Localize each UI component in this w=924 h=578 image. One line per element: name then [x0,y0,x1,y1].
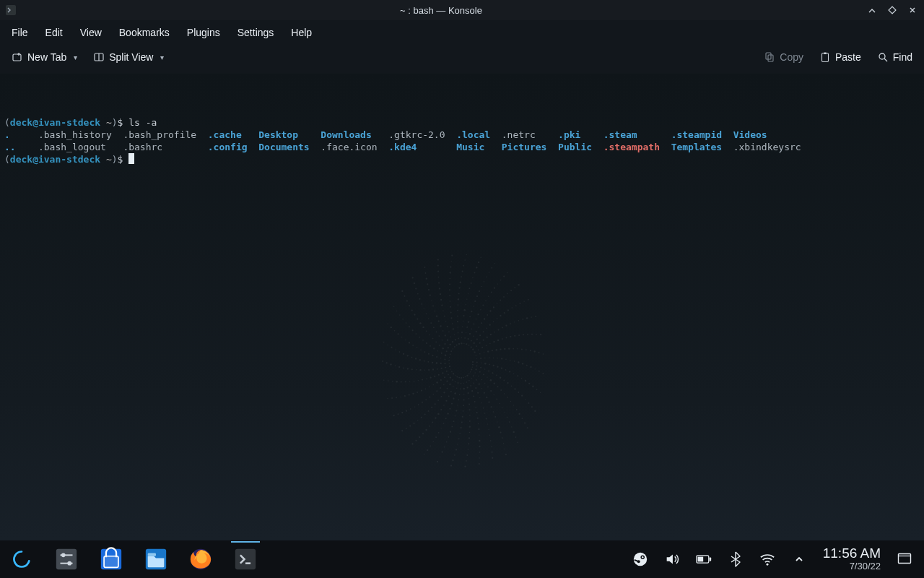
menu-plugins[interactable]: Plugins [180,22,227,43]
svg-point-323 [506,337,507,338]
menu-settings[interactable]: Settings [230,22,282,43]
taskbar-app-file-manager[interactable] [140,543,172,575]
svg-point-535 [535,368,536,369]
svg-point-192 [474,401,476,402]
bluetooth-icon[interactable] [728,551,744,567]
window-minimize-button[interactable] [865,4,879,17]
svg-point-326 [509,371,510,372]
svg-point-129 [443,384,445,385]
menu-bookmarks[interactable]: Bookmarks [112,22,177,43]
svg-point-28 [449,363,450,363]
svg-point-297 [477,417,479,418]
svg-point-175 [452,323,453,324]
paste-icon [819,51,831,63]
svg-point-586 [383,379,384,380]
svg-point-414 [405,340,406,340]
menu-file[interactable]: File [4,22,35,43]
svg-point-72 [461,337,462,338]
svg-point-272 [419,369,421,371]
steam-tray-icon[interactable] [632,551,648,567]
svg-point-443 [417,420,418,420]
svg-point-392 [510,323,511,324]
svg-point-56 [458,382,459,384]
svg-point-380 [412,329,414,331]
svg-point-507 [479,452,481,453]
svg-point-222 [496,374,497,376]
svg-point-166 [434,375,435,376]
window-maximize-button[interactable] [885,4,899,17]
svg-point-547 [415,439,417,441]
svg-point-118 [483,374,484,375]
wifi-icon[interactable] [759,551,775,567]
svg-point-464 [526,349,527,350]
svg-point-375 [412,392,414,394]
svg-point-514 [401,412,403,413]
svg-point-181 [483,331,484,332]
svg-point-237 [424,369,425,370]
svg-point-305 [421,389,422,391]
svg-rect-628 [709,557,711,561]
svg-point-107 [461,332,463,333]
svg-point-224 [490,390,492,392]
volume-icon[interactable] [664,551,680,567]
svg-point-252 [494,331,495,332]
svg-point-77 [476,345,477,347]
svg-point-33 [453,348,453,349]
new-tab-button[interactable]: New Tab ▾ [6,48,83,66]
svg-point-346 [419,322,421,324]
svg-point-513 [409,425,411,426]
svg-point-441 [435,436,437,438]
tray-expand-icon[interactable] [791,551,807,567]
menu-view[interactable]: View [73,22,109,43]
svg-point-106 [458,332,459,334]
svg-point-31 [450,353,451,355]
terminal-viewport[interactable]: (deck@ivan-stdeck ~)$ ls -a. .bash_histo… [0,74,924,540]
svg-point-15 [470,371,471,372]
svg-point-233 [437,400,439,401]
svg-point-226 [481,402,482,403]
svg-point-67 [448,347,449,348]
taskbar-app-steam-deck-menu[interactable] [6,543,38,575]
taskbar-clock[interactable]: 11:56 AM 7/30/22 [823,546,881,571]
svg-point-431 [521,378,522,379]
svg-point-623 [634,553,647,566]
window-close-button[interactable] [905,4,920,17]
taskbar-app-firefox[interactable] [185,543,217,575]
svg-point-560 [451,261,452,262]
svg-point-54 [463,382,464,383]
svg-point-571 [536,389,538,390]
svg-point-286 [493,321,494,322]
svg-point-173 [443,330,444,332]
svg-point-337 [435,417,436,418]
show-desktop-button[interactable] [897,551,912,567]
konsole-icon [4,4,17,17]
svg-point-212 [463,315,464,316]
svg-point-383 [431,300,432,301]
battery-icon[interactable] [696,551,712,567]
split-view-button[interactable]: Split View ▾ [87,48,170,66]
svg-point-485 [402,319,404,320]
paste-button[interactable]: Paste [814,48,867,66]
menu-edit[interactable]: Edit [38,22,70,43]
tool-bar: New Tab ▾ Split View ▾ Copy Paste [0,45,924,74]
svg-point-218 [493,341,494,342]
svg-point-413 [403,353,404,354]
svg-point-399 [504,412,505,413]
svg-point-583 [401,430,403,431]
find-button[interactable]: Find [871,48,918,66]
svg-rect-611 [56,549,77,569]
copy-button[interactable]: Copy [758,48,809,66]
svg-point-537 [528,402,529,404]
svg-point-239 [424,351,426,353]
svg-point-270 [425,388,427,389]
svg-point-190 [484,392,485,393]
svg-point-29 [448,359,450,361]
taskbar-app-konsole[interactable] [230,543,261,575]
svg-point-105 [454,334,455,335]
svg-point-302 [437,413,439,414]
taskbar-app-discover-store[interactable] [95,543,127,575]
menu-help[interactable]: Help [284,22,319,43]
svg-point-18 [465,376,466,376]
svg-point-263 [469,415,471,416]
taskbar-app-system-settings[interactable] [51,543,82,575]
